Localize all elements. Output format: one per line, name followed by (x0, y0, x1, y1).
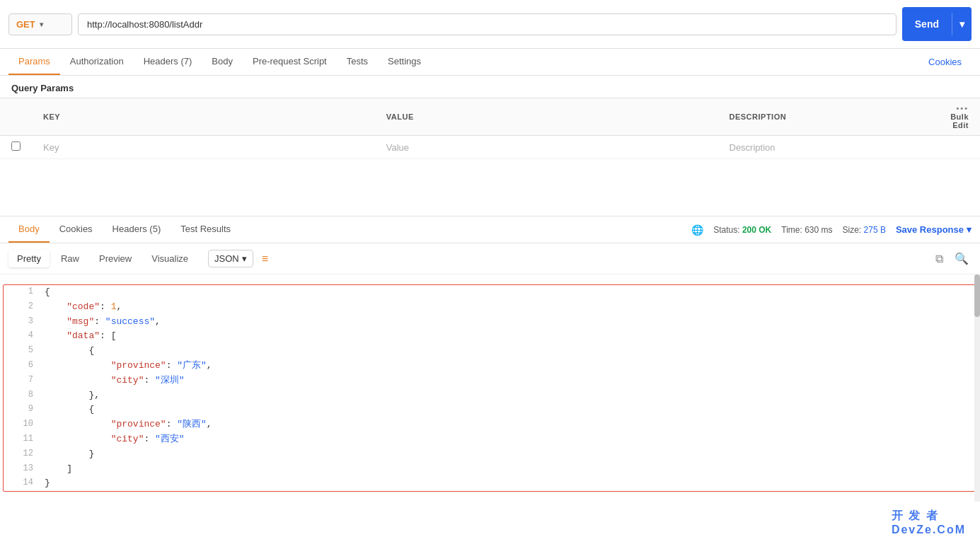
chevron-down-icon: ▾ (40, 21, 43, 28)
line-number: 14 (12, 476, 33, 490)
format-bar: Pretty Raw Preview Visualize JSON ▾ ≡ ⧉ … (0, 243, 980, 274)
tab-params[interactable]: Params (8, 49, 60, 75)
json-format-label: JSON (214, 253, 239, 264)
tab-pre-request-script[interactable]: Pre-request Script (243, 49, 337, 75)
key-cell[interactable]: Key (32, 136, 375, 159)
value-cell[interactable]: Value (375, 136, 718, 159)
param-checkbox[interactable] (11, 141, 21, 151)
code-content: "code": 1, (45, 300, 968, 315)
format-pretty-button[interactable]: Pretty (8, 250, 50, 267)
checkbox-col-header (0, 98, 32, 136)
format-preview-button[interactable]: Preview (91, 250, 140, 267)
line-number: 9 (12, 403, 33, 416)
format-right-actions: ⧉ 🔍 (933, 249, 972, 268)
code-content: } (45, 447, 968, 462)
line-number: 1 (12, 285, 33, 299)
empty-space (0, 159, 980, 216)
query-params-title: Query Params (0, 76, 980, 98)
line-number: 13 (12, 462, 33, 475)
format-raw-button[interactable]: Raw (52, 250, 88, 267)
scrollbar-thumb[interactable] (974, 274, 980, 317)
json-border-box: 1 { 2 "code": 1, 3 "msg": "success", 4 "… (3, 284, 977, 492)
line-number: 2 (12, 300, 33, 313)
line-number: 10 (12, 417, 33, 431)
code-line-3: 3 "msg": "success", (4, 315, 976, 330)
code-line-4: 4 "data": [ (4, 329, 976, 344)
url-bar: GET ▾ Send ▾ (0, 0, 980, 49)
actions-cell (923, 136, 980, 159)
code-line-11: 11 "city": "西安" (4, 432, 976, 447)
response-size: Size: 275 B (843, 225, 886, 235)
code-line-2: 2 "code": 1, (4, 300, 976, 315)
format-visualize-button[interactable]: Visualize (143, 250, 197, 267)
resp-tab-test-results[interactable]: Test Results (171, 216, 241, 243)
bulk-edit-button[interactable]: Bulk Edit (950, 112, 969, 129)
actions-col-header: ••• Bulk Edit (923, 98, 980, 136)
scrollbar-track[interactable] (974, 274, 980, 502)
send-button[interactable]: Send ▾ (902, 7, 972, 41)
line-number: 6 (12, 359, 33, 372)
resp-tab-body[interactable]: Body (8, 216, 50, 243)
resp-tab-headers[interactable]: Headers (5) (103, 216, 171, 243)
code-content: "province": "广东", (45, 359, 968, 374)
status-ok-text: 200 OK (742, 225, 771, 235)
tab-body[interactable]: Body (202, 49, 243, 75)
row-checkbox[interactable] (0, 136, 32, 159)
value-col-header: VALUE (375, 98, 718, 136)
tab-cookies[interactable]: Cookies (918, 50, 972, 74)
code-content: "city": "西安" (45, 432, 968, 447)
response-size-value: 275 B (864, 225, 886, 235)
send-label: Send (902, 13, 952, 35)
tab-settings[interactable]: Settings (378, 49, 431, 75)
code-content: }, (45, 388, 968, 403)
desc-cell[interactable]: Description (718, 136, 924, 159)
code-line-1: 1 { (4, 285, 976, 300)
key-col-header: KEY (32, 98, 375, 136)
response-status-area: 🌐 Status: 200 OK Time: 630 ms Size: 275 … (691, 224, 972, 236)
line-number: 5 (12, 344, 33, 357)
code-line-8: 8 }, (4, 388, 976, 403)
params-table: KEY VALUE DESCRIPTION ••• Bulk Edit Key … (0, 98, 980, 159)
tab-authorization[interactable]: Authorization (60, 49, 134, 75)
tab-tests[interactable]: Tests (337, 49, 378, 75)
code-line-7: 7 "city": "深圳" (4, 374, 976, 388)
save-response-button[interactable]: Save Response ▾ (896, 224, 972, 235)
code-line-13: 13 ] (4, 462, 976, 477)
request-tabs: Params Authorization Headers (7) Body Pr… (0, 49, 980, 76)
method-selector[interactable]: GET ▾ (8, 13, 72, 35)
save-response-label: Save Response (896, 224, 964, 235)
table-row: Key Value Description (0, 136, 980, 159)
url-input[interactable] (78, 13, 897, 35)
code-line-9: 9 { (4, 403, 976, 417)
json-format-chevron-icon: ▾ (242, 253, 247, 264)
line-number: 3 (12, 315, 33, 328)
more-options-icon[interactable]: ••• (956, 104, 969, 112)
status-badge: Status: 200 OK (713, 225, 771, 235)
response-time: Time: 630 ms (781, 225, 832, 235)
code-content: } (45, 476, 968, 491)
code-line-5: 5 { (4, 344, 976, 359)
method-text: GET (16, 19, 35, 30)
code-content: ] (45, 462, 968, 477)
json-format-select[interactable]: JSON ▾ (208, 250, 253, 267)
line-number: 8 (12, 388, 33, 402)
line-number: 7 (12, 374, 33, 387)
code-content: "data": [ (45, 329, 968, 344)
search-icon[interactable]: 🔍 (952, 249, 972, 268)
resp-tab-cookies[interactable]: Cookies (50, 216, 103, 243)
code-content: { (45, 285, 968, 300)
code-content: { (45, 403, 968, 417)
desc-col-header: DESCRIPTION (718, 98, 924, 136)
code-content: { (45, 344, 968, 359)
code-content: "city": "深圳" (45, 374, 968, 388)
tab-headers[interactable]: Headers (7) (134, 49, 202, 75)
copy-icon[interactable]: ⧉ (933, 249, 946, 268)
code-line-12: 12 } (4, 447, 976, 462)
wrap-lines-icon[interactable]: ≡ (262, 253, 268, 265)
response-tabs: Body Cookies Headers (5) Test Results 🌐 … (0, 216, 980, 243)
code-content: "province": "陕西", (45, 417, 968, 432)
code-line-6: 6 "province": "广东", (4, 359, 976, 374)
send-arrow-icon[interactable]: ▾ (952, 13, 972, 35)
code-line-14: 14 } (4, 476, 976, 491)
line-number: 11 (12, 432, 33, 446)
